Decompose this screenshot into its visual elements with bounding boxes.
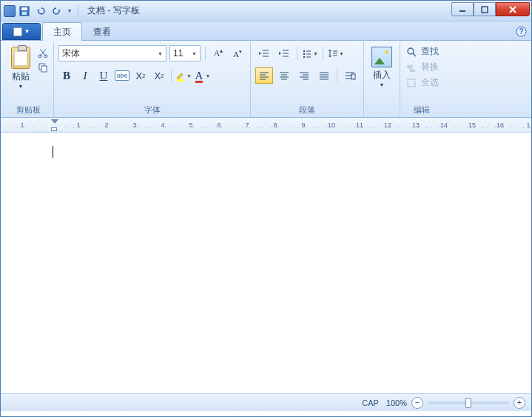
highlight-color-button[interactable]: ▼: [175, 67, 192, 84]
tab-home[interactable]: 主页: [42, 22, 82, 41]
group-label-font: 字体: [58, 104, 246, 117]
insert-label: 插入: [373, 69, 391, 81]
strikethrough-button[interactable]: abc: [114, 67, 130, 84]
paste-button[interactable]: 粘贴 ▼: [7, 44, 34, 90]
group-label-paragraph: 段落: [255, 104, 359, 117]
ruler-mark: 12: [384, 121, 391, 129]
increase-indent-button[interactable]: [275, 45, 293, 61]
undo-icon[interactable]: [33, 4, 48, 19]
font-size-combo[interactable]: 11 ▼: [169, 45, 201, 61]
svg-rect-2: [22, 12, 27, 15]
zoom-in-button[interactable]: +: [514, 397, 525, 409]
align-left-button[interactable]: [255, 67, 273, 84]
font-size-value: 11: [173, 48, 183, 59]
window-controls: [451, 2, 530, 16]
close-button[interactable]: [496, 2, 530, 16]
svg-rect-1: [21, 7, 27, 10]
separator: [78, 4, 78, 18]
chevron-down-icon: ▼: [205, 73, 210, 79]
ruler-mark: 1: [76, 121, 80, 129]
svg-point-15: [408, 48, 414, 54]
ruler-mark: 5: [189, 121, 192, 129]
grow-font-button[interactable]: A▴: [210, 45, 226, 61]
justify-button[interactable]: [315, 67, 333, 84]
align-center-button[interactable]: [275, 67, 293, 84]
ruler-mark: 7: [245, 121, 249, 129]
font-color-button[interactable]: A ▼: [194, 67, 210, 84]
svg-rect-10: [41, 66, 47, 72]
group-clipboard: 粘贴 ▼ 剪贴板: [3, 42, 54, 117]
paragraph-dialog-button[interactable]: [341, 67, 359, 84]
bold-button[interactable]: B: [58, 67, 75, 84]
chevron-down-icon: ▼: [380, 82, 385, 87]
separator: [323, 47, 323, 60]
chevron-down-icon: ▼: [313, 51, 318, 56]
app-icon: [4, 5, 16, 17]
separator: [205, 47, 206, 60]
save-icon[interactable]: [17, 4, 32, 19]
separator: [297, 47, 297, 60]
select-all-button[interactable]: 全选: [406, 76, 439, 89]
underline-button[interactable]: U: [95, 67, 112, 84]
group-font: 宋体 ▼ 11 ▼ A▴ A▾ B I U abc X2 X2: [54, 42, 251, 117]
document-icon: [13, 27, 22, 36]
minimize-button[interactable]: [451, 2, 474, 16]
copy-icon[interactable]: [37, 61, 49, 73]
svg-text:ac: ac: [410, 67, 416, 73]
italic-button[interactable]: I: [77, 67, 93, 84]
file-menu-button[interactable]: ▼: [2, 23, 41, 40]
zoom-slider[interactable]: [428, 401, 509, 404]
ruler-mark: 8: [273, 121, 277, 129]
align-right-button[interactable]: [295, 67, 313, 84]
ruler-mark: 11: [356, 121, 363, 129]
select-all-icon: [406, 78, 418, 88]
svg-point-13: [303, 56, 305, 58]
zoom-slider-thumb[interactable]: [465, 398, 471, 408]
caps-indicator: CAP: [362, 398, 379, 407]
window-title: 文档 - 写字板: [87, 4, 140, 17]
insert-picture-button[interactable]: 插入 ▼: [368, 44, 395, 89]
ruler-mark: 9: [301, 121, 305, 129]
ribbon: 粘贴 ▼ 剪贴板 宋体 ▼ 11: [1, 41, 531, 118]
svg-rect-14: [351, 74, 355, 79]
zoom-out-button[interactable]: −: [411, 397, 423, 409]
font-family-combo[interactable]: 宋体 ▼: [58, 45, 166, 61]
statusbar: CAP 100% − +: [1, 393, 531, 411]
ribbon-tabs: ▼ 主页 查看 ?: [1, 21, 531, 41]
first-line-indent-marker[interactable]: [51, 119, 58, 124]
clipboard-icon: [11, 47, 30, 69]
shrink-font-button[interactable]: A▾: [229, 45, 246, 61]
document-area[interactable]: [1, 133, 531, 393]
subscript-button[interactable]: X2: [132, 67, 149, 84]
ruler-mark: 1: [526, 121, 530, 129]
ruler-mark: 16: [496, 121, 504, 129]
ruler-mark: 6: [217, 121, 220, 129]
decrease-indent-button[interactable]: [255, 45, 273, 61]
cut-icon[interactable]: [37, 47, 49, 59]
separator: [337, 69, 337, 82]
maximize-button[interactable]: [474, 2, 496, 16]
zoom-control: 100% − +: [386, 397, 525, 409]
help-icon[interactable]: ?: [515, 25, 527, 37]
ruler-mark: 10: [328, 121, 335, 129]
group-insert: 插入 ▼: [364, 42, 400, 117]
replace-button[interactable]: abac 替换: [406, 61, 439, 73]
ruler-mark: 13: [412, 121, 420, 129]
superscript-button[interactable]: X2: [151, 67, 167, 84]
qat-customize-icon[interactable]: ▼: [66, 4, 73, 19]
group-editing: 查找 abac 替换 全选 编辑: [400, 42, 443, 117]
horizontal-ruler[interactable]: 1123456789101112131415161: [1, 118, 531, 133]
tab-view[interactable]: 查看: [82, 22, 122, 41]
line-spacing-button[interactable]: ▼: [327, 45, 345, 61]
find-button[interactable]: 查找: [406, 45, 439, 58]
text-cursor: [53, 146, 53, 158]
svg-rect-4: [482, 7, 488, 13]
svg-rect-3: [459, 10, 465, 12]
bullets-button[interactable]: ▼: [301, 45, 319, 61]
ruler-mark: 2: [104, 121, 108, 129]
picture-icon: [371, 47, 392, 67]
select-all-label: 全选: [421, 76, 439, 89]
redo-icon[interactable]: [50, 4, 64, 19]
group-label-insert: [368, 104, 395, 117]
chevron-down-icon: ▼: [155, 51, 163, 56]
